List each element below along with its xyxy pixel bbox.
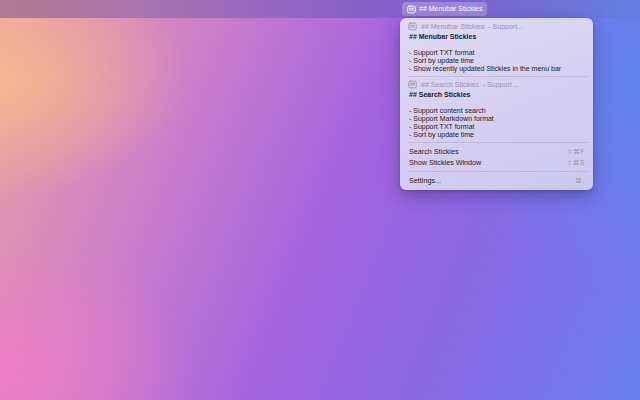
sticky-menu-item[interactable]: ## Menubar Stickies - Support... ## Menu… <box>409 22 585 73</box>
sticky-blank-line <box>409 41 585 49</box>
menubar: ## Menubar Stickies <box>0 0 640 18</box>
stickies-dropdown-panel: ## Menubar Stickies - Support... ## Menu… <box>400 18 593 190</box>
sticky-content-line: - Support Markdown format <box>409 115 585 123</box>
menu-separator <box>407 142 587 143</box>
menu-item-shortcut: ⇧⌘S <box>567 157 585 168</box>
sticky-title: ## Search Stickies <box>409 91 585 99</box>
sticky-content-line: - Sort by update time <box>409 57 585 65</box>
sticky-preview-text: ## Menubar Stickies - Support... <box>421 23 523 30</box>
sticky-content-line: - Support content search <box>409 107 585 115</box>
menu-separator <box>407 171 587 172</box>
menubar-status-item-label: ## Menubar Stickies <box>419 2 482 16</box>
sticky-content-line: - Sort by update time <box>409 131 585 139</box>
sticky-content-line: - Support TXT format <box>409 123 585 131</box>
sticky-content-line: - Support TXT format <box>409 49 585 57</box>
menu-item-shortcut: ⌘, <box>575 175 585 186</box>
sticky-note-icon <box>409 22 417 31</box>
desktop-background: ## Menubar Stickies ## Menubar Stickies … <box>0 0 640 400</box>
menu-item-label: Search Stickies <box>409 146 459 157</box>
sticky-blank-line <box>409 99 585 107</box>
sticky-preview-text: ## Search Stickies - Support ... <box>421 81 519 88</box>
sticky-preview-row: ## Menubar Stickies - Support... <box>409 22 585 31</box>
sticky-menu-item[interactable]: ## Search Stickies - Support ... ## Sear… <box>409 80 585 139</box>
menu-item-label: Show Stickies Window <box>409 157 481 168</box>
menu-item-settings[interactable]: Settings... ⌘, <box>409 175 585 186</box>
sticky-content-line: - Show recently updated Stickies in the … <box>409 65 585 73</box>
sticky-title: ## Menubar Stickies <box>409 33 585 41</box>
sticky-note-icon <box>407 5 416 14</box>
menubar-status-item[interactable]: ## Menubar Stickies <box>402 2 487 16</box>
menu-item-search-stickies[interactable]: Search Stickies ⇧⌘F <box>409 146 585 157</box>
menu-separator <box>407 76 587 77</box>
menu-item-show-stickies-window[interactable]: Show Stickies Window ⇧⌘S <box>409 157 585 168</box>
sticky-note-icon <box>409 80 417 89</box>
menu-item-label: Settings... <box>409 175 441 186</box>
sticky-preview-row: ## Search Stickies - Support ... <box>409 80 585 89</box>
menu-item-shortcut: ⇧⌘F <box>567 146 585 157</box>
